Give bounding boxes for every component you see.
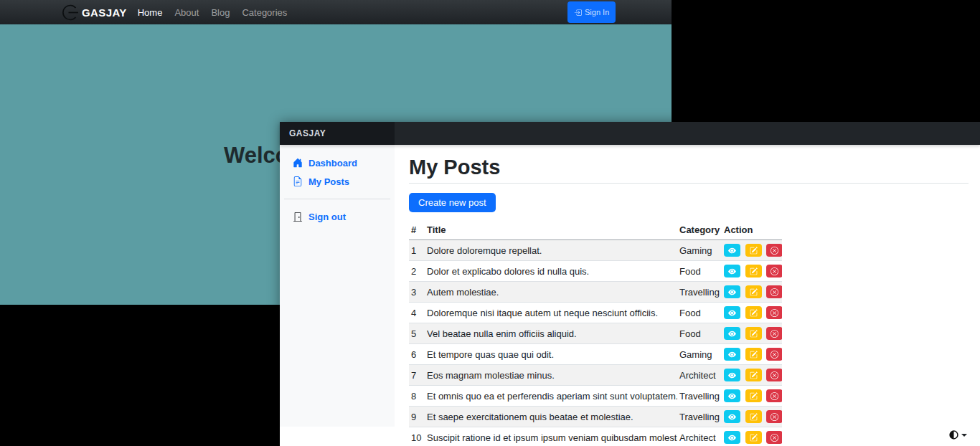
sidebar-item-dashboard[interactable]: Dashboard (280, 155, 395, 171)
post-category: Gaming (677, 240, 722, 261)
nav-link-categories[interactable]: Categories (242, 7, 287, 18)
eye-icon (728, 371, 736, 379)
view-post-button[interactable] (724, 265, 740, 277)
admin-main: My Posts Create new post # Title Categor… (395, 145, 980, 446)
view-post-button[interactable] (724, 389, 740, 402)
post-category: Food (677, 303, 722, 323)
eye-icon (728, 434, 736, 442)
view-post-button[interactable] (724, 369, 740, 381)
post-title: Vel beatae nulla enim officiis aliquid. (425, 323, 677, 344)
post-title: Suscipit ratione id et ipsum ipsum venia… (425, 427, 677, 446)
post-title: Eos magnam molestiae minus. (425, 365, 677, 386)
admin-window: GASJAY Dashboard My Posts (280, 122, 980, 446)
table-row: 2 Dolor et explicabo dolores id nulla qu… (409, 261, 782, 282)
delete-post-button[interactable] (766, 265, 782, 277)
col-header-action: Action (722, 222, 782, 240)
post-category: Architect (677, 427, 722, 446)
site-brand[interactable]: GASJAY (60, 3, 127, 22)
delete-post-button[interactable] (766, 389, 782, 402)
sidebar-item-sign-out[interactable]: Sign out (280, 209, 395, 224)
post-title: Dolore doloremque repellat. (425, 240, 677, 261)
sign-in-icon (574, 9, 582, 16)
nav-link-about[interactable]: About (174, 7, 199, 18)
delete-post-button[interactable] (766, 431, 782, 444)
posts-table: # Title Category Action 1 Dolore dolorem… (409, 222, 782, 446)
eye-icon (728, 392, 736, 400)
sign-in-button[interactable]: Sign In (567, 1, 616, 23)
eye-icon (728, 247, 736, 255)
edit-post-button[interactable] (745, 265, 762, 277)
x-circle-icon (771, 434, 778, 442)
gasjay-logo-icon (60, 3, 80, 22)
col-header-num: # (409, 222, 425, 240)
x-circle-icon (771, 392, 778, 400)
file-text-icon (293, 176, 303, 186)
post-category: Travelling (677, 386, 722, 407)
posts-table-body: 1 Dolore doloremque repellat. Gaming (409, 240, 782, 446)
post-category: Travelling (677, 407, 722, 427)
edit-post-button[interactable] (745, 327, 762, 340)
edit-post-button[interactable] (745, 369, 762, 381)
admin-brand-cell[interactable]: GASJAY (280, 122, 395, 145)
sidebar-item-label: Dashboard (308, 158, 357, 169)
view-post-button[interactable] (724, 244, 740, 257)
eye-icon (728, 351, 736, 359)
col-header-category: Category (677, 222, 722, 240)
delete-post-button[interactable] (766, 410, 782, 423)
delete-post-button[interactable] (766, 348, 782, 361)
edit-post-button[interactable] (745, 306, 762, 319)
eye-icon (728, 309, 736, 317)
edit-post-button[interactable] (745, 244, 762, 257)
sidebar-item-label: My Posts (308, 176, 349, 187)
pencil-square-icon (750, 371, 758, 379)
door-icon (293, 212, 303, 222)
delete-post-button[interactable] (766, 285, 782, 298)
pencil-square-icon (750, 288, 758, 296)
pencil-square-icon (750, 351, 758, 359)
post-number: 10 (409, 427, 425, 446)
delete-post-button[interactable] (766, 327, 782, 340)
admin-brand-label: GASJAY (289, 128, 326, 138)
view-post-button[interactable] (724, 285, 740, 298)
edit-post-button[interactable] (745, 410, 762, 423)
view-post-button[interactable] (724, 348, 740, 361)
edit-post-button[interactable] (745, 389, 762, 402)
post-number: 1 (409, 240, 425, 261)
table-header-row: # Title Category Action (409, 222, 782, 240)
table-row: 7 Eos magnam molestiae minus. Architect (409, 365, 782, 386)
view-post-button[interactable] (724, 306, 740, 319)
nav-link-blog[interactable]: Blog (211, 7, 230, 18)
pencil-square-icon (750, 434, 758, 442)
eye-icon (728, 288, 736, 296)
post-title: Et omnis quo ea et perferendis aperiam s… (425, 386, 677, 407)
page-title: My Posts (409, 154, 969, 180)
view-post-button[interactable] (724, 327, 740, 340)
post-number: 8 (409, 386, 425, 407)
pencil-square-icon (750, 309, 758, 317)
post-title: Autem molestiae. (425, 282, 677, 303)
post-number: 6 (409, 344, 425, 365)
post-number: 4 (409, 303, 425, 323)
dark-mode-toggle[interactable] (949, 430, 967, 440)
create-new-post-button[interactable]: Create new post (409, 193, 496, 212)
nav-link-home[interactable]: Home (138, 7, 163, 18)
delete-post-button[interactable] (766, 306, 782, 319)
title-divider (409, 183, 969, 184)
edit-post-button[interactable] (745, 431, 762, 444)
eye-icon (728, 267, 736, 275)
post-category: Architect (677, 365, 722, 386)
delete-post-button[interactable] (766, 244, 782, 257)
edit-post-button[interactable] (745, 348, 762, 361)
view-post-button[interactable] (724, 431, 740, 444)
eye-icon (728, 413, 736, 421)
pencil-square-icon (750, 247, 758, 255)
sidebar-item-my-posts[interactable]: My Posts (280, 174, 395, 189)
sign-in-label: Sign In (585, 8, 609, 16)
x-circle-icon (771, 351, 778, 359)
delete-post-button[interactable] (766, 369, 782, 381)
view-post-button[interactable] (724, 410, 740, 423)
post-category: Gaming (677, 344, 722, 365)
chevron-down-icon (961, 434, 967, 437)
edit-post-button[interactable] (745, 285, 762, 298)
x-circle-icon (771, 267, 778, 275)
